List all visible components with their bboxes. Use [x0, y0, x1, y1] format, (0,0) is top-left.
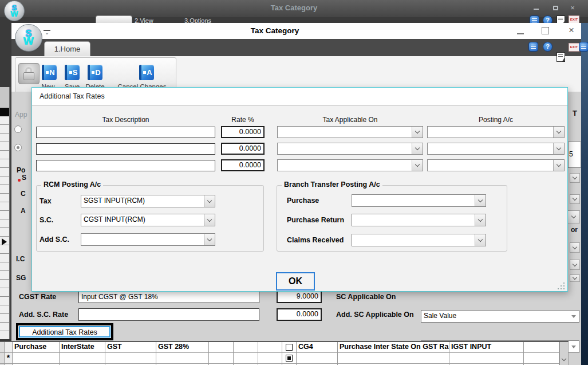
help-icon[interactable]: ?: [543, 42, 553, 52]
grid-cell[interactable]: [524, 353, 559, 364]
outer-tab-view[interactable]: 2.View: [135, 17, 175, 23]
new-button[interactable]: N: [42, 65, 57, 80]
posting-ac-combo[interactable]: [427, 159, 565, 171]
grid-cell[interactable]: [258, 353, 282, 364]
grid-cell[interactable]: [234, 342, 258, 353]
grid-cell[interactable]: CG4: [297, 342, 337, 353]
grid-cell[interactable]: GST 28%: [156, 342, 208, 353]
grid-cell[interactable]: [105, 353, 156, 364]
tax-description-input[interactable]: [36, 127, 215, 138]
tax-applicable-combo[interactable]: [277, 126, 423, 138]
grid-checkbox-indeterminate[interactable]: [286, 355, 293, 362]
clipped-textbox[interactable]: 5: [568, 142, 581, 168]
add-sc-rate-input[interactable]: [78, 308, 259, 321]
grid-cell[interactable]: [258, 342, 282, 353]
grid-cell[interactable]: Purchase: [13, 342, 59, 353]
combo-arrow-fragment[interactable]: [570, 274, 580, 282]
add-sc-rate-value[interactable]: 0.0000: [277, 308, 322, 321]
rcm-sc-combo[interactable]: CGST INPUT(RCM): [81, 214, 215, 226]
lock-button[interactable]: [18, 63, 40, 84]
chat-icon[interactable]: [528, 42, 538, 52]
inner-app-logo: SW: [15, 24, 42, 52]
record-strip-top: [0, 87, 10, 108]
tab-home[interactable]: 1.Home: [44, 41, 90, 56]
chevron-down-icon: [573, 275, 577, 280]
combo-arrow-fragment[interactable]: [570, 194, 580, 204]
cancel-changes-button[interactable]: A: [139, 65, 154, 80]
tax-description-input[interactable]: [36, 160, 215, 171]
combo-arrow-fragment[interactable]: [570, 242, 580, 253]
radio-button-selected[interactable]: [14, 144, 22, 151]
outer-tab-home[interactable]: [96, 15, 132, 23]
grid-selector-column[interactable]: *: [5, 342, 13, 365]
additional-tax-rates-button[interactable]: Additional Tax Rates: [19, 326, 111, 337]
combo-arrow-fragment[interactable]: [567, 210, 580, 223]
branch-claims-received-combo[interactable]: [352, 234, 486, 246]
outer-close-button[interactable]: ×: [568, 5, 577, 13]
document-icon[interactable]: [557, 52, 565, 62]
grid-gutter: [0, 342, 5, 365]
sc-applicable-combo[interactable]: Sale Value: [421, 310, 579, 323]
additional-tax-rates-focus-ring: Additional Tax Rates: [16, 323, 113, 340]
rate-input[interactable]: 0.0000: [221, 143, 265, 155]
ok-button[interactable]: OK: [276, 272, 315, 291]
posting-ac-combo[interactable]: [427, 143, 565, 155]
combo-arrow-fragment[interactable]: [570, 260, 580, 270]
applicable-group-label: App: [15, 111, 27, 119]
grid-cell[interactable]: [209, 353, 233, 364]
data-grid: * Purchase InterState GST GST 28% CG4 Pu…: [0, 341, 569, 365]
new-row-marker: *: [5, 353, 12, 364]
outer-minimize-button[interactable]: [531, 5, 540, 13]
branch-purchase-combo[interactable]: [352, 194, 486, 207]
inner-pin-icon[interactable]: ⌄: [44, 30, 50, 36]
record-selector-strip[interactable]: [0, 108, 10, 339]
grid-cell[interactable]: [449, 353, 523, 364]
posting-ac-combo[interactable]: [427, 126, 565, 138]
rcm-add-sc-combo[interactable]: [81, 233, 215, 246]
grid-cell[interactable]: [338, 353, 449, 364]
outer-tab-options[interactable]: 3.Options: [184, 17, 230, 23]
chat-icon[interactable]: [579, 42, 588, 52]
branch-group-title: Branch Transfer Posting A/c: [282, 180, 382, 189]
inner-maximize-button[interactable]: [542, 27, 549, 34]
vertical-scrollbar[interactable]: [559, 342, 569, 365]
grid-cell[interactable]: [60, 353, 105, 364]
radio-button[interactable]: [14, 125, 22, 133]
combo-arrow-fragment[interactable]: [570, 173, 580, 183]
rate-input[interactable]: 0.0000: [221, 126, 265, 138]
grid-cell[interactable]: InterState: [60, 342, 105, 353]
grid-cell[interactable]: [209, 342, 233, 353]
inner-close-button[interactable]: ×: [566, 25, 577, 36]
grid-cell[interactable]: [297, 353, 337, 364]
clipped-label-t: T: [573, 109, 577, 117]
resize-grip[interactable]: [557, 281, 565, 289]
posting-label: Po: [17, 166, 25, 174]
exit-icon[interactable]: EXIT: [569, 43, 579, 52]
outer-maximize-button[interactable]: [551, 5, 560, 13]
column-header-tax-applicable-on: Tax Applicable On: [277, 116, 423, 124]
cgst-rate-value[interactable]: 9.0000: [277, 291, 322, 303]
tax-applicable-combo[interactable]: [277, 143, 423, 155]
branch-purchase-return-combo[interactable]: [352, 214, 486, 226]
grid-cell[interactable]: [156, 353, 208, 364]
delete-button[interactable]: D: [88, 65, 102, 80]
cgst-rate-input[interactable]: [78, 291, 259, 303]
grid-cell[interactable]: Purchase Inter State On GST Ra: [338, 342, 449, 353]
outer-pin-icon[interactable]: ⌄: [32, 7, 39, 13]
rate-input[interactable]: 0.0000: [221, 159, 265, 171]
grid-checkbox[interactable]: [286, 344, 293, 351]
grid-cell[interactable]: [13, 353, 59, 364]
save-button[interactable]: S: [65, 65, 80, 80]
minimize-icon: [534, 9, 539, 10]
chevron-down-icon: [573, 196, 577, 201]
chevron-down-icon: [571, 214, 575, 218]
rcm-tax-combo[interactable]: SGST INPUT(RCM): [81, 195, 215, 207]
grid-cell[interactable]: [234, 353, 258, 364]
tax-applicable-combo[interactable]: [277, 159, 423, 171]
grid-cell[interactable]: GST: [105, 342, 156, 353]
rcm-add-sc-label: Add S.C.: [40, 236, 69, 244]
tax-description-input[interactable]: [36, 143, 215, 155]
grid-cell[interactable]: [524, 342, 559, 353]
grid-cell[interactable]: IGST INPUT: [449, 342, 523, 353]
inner-minimize-button[interactable]: [517, 33, 524, 34]
